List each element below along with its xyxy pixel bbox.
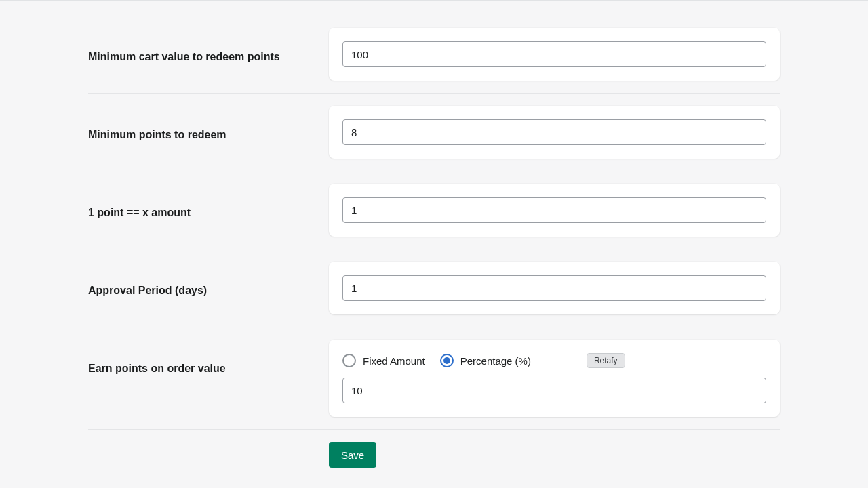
label-approval-period: Approval Period (days) bbox=[88, 262, 329, 297]
card-min-cart-value bbox=[329, 28, 780, 81]
save-button[interactable]: Save bbox=[329, 442, 376, 468]
label-min-points-redeem: Minimum points to redeem bbox=[88, 106, 329, 141]
card-earn-points: Fixed Amount Percentage (%) Retafy bbox=[329, 340, 780, 417]
label-min-cart-value: Minimum cart value to redeem points bbox=[88, 28, 329, 63]
radio-fixed-amount[interactable]: Fixed Amount bbox=[342, 354, 425, 367]
tooltip-badge: Retafy bbox=[587, 353, 625, 368]
radio-icon bbox=[440, 354, 454, 367]
earn-points-value-input[interactable] bbox=[342, 378, 766, 403]
row-point-amount: 1 point == x amount bbox=[88, 184, 780, 249]
radio-fixed-label: Fixed Amount bbox=[363, 355, 425, 367]
row-approval-period: Approval Period (days) bbox=[88, 262, 780, 327]
row-min-points-redeem: Minimum points to redeem bbox=[88, 106, 780, 171]
label-earn-points: Earn points on order value bbox=[88, 340, 329, 375]
radio-percentage[interactable]: Percentage (%) bbox=[440, 354, 531, 367]
min-cart-value-input[interactable] bbox=[342, 41, 766, 67]
label-point-amount: 1 point == x amount bbox=[88, 184, 329, 219]
min-points-redeem-input[interactable] bbox=[342, 119, 766, 145]
card-min-points-redeem bbox=[329, 106, 780, 159]
earn-points-radio-group: Fixed Amount Percentage (%) Retafy bbox=[342, 353, 766, 368]
card-approval-period bbox=[329, 262, 780, 314]
settings-form: Minimum cart value to redeem points Mini… bbox=[0, 1, 868, 488]
row-min-cart-value: Minimum cart value to redeem points bbox=[88, 28, 780, 94]
radio-percentage-label: Percentage (%) bbox=[460, 355, 531, 367]
radio-icon bbox=[342, 354, 356, 367]
row-earn-points: Earn points on order value Fixed Amount … bbox=[88, 340, 780, 430]
form-actions: Save bbox=[329, 442, 780, 468]
point-amount-input[interactable] bbox=[342, 197, 766, 223]
card-point-amount bbox=[329, 184, 780, 237]
approval-period-input[interactable] bbox=[342, 275, 766, 301]
